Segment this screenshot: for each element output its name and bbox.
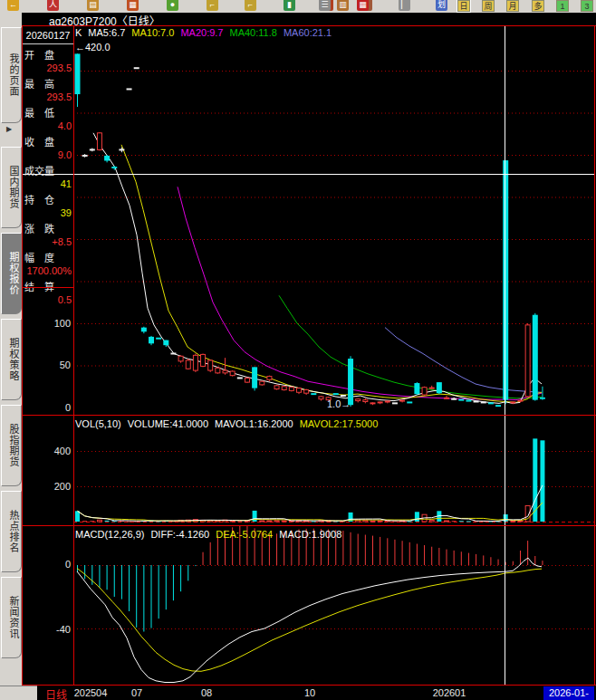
quote-value: 293.5 bbox=[24, 62, 72, 73]
quote-value: +8.5 bbox=[24, 236, 72, 247]
quote-data-panel: 20260127 开 盘293.5最 高293.5最 低4.0收 盘9.0成交量… bbox=[23, 26, 73, 288]
title-bar: ag2603P7200〈日线〉 bbox=[22, 13, 596, 25]
indicator-value: DIFF:-4.1260 bbox=[150, 529, 209, 540]
quote-row: 开 盘293.5 bbox=[23, 47, 73, 73]
indicator-value: MA5:6.7 bbox=[88, 27, 125, 38]
draw-icon[interactable]: 划 bbox=[436, 0, 447, 11]
x-axis-label: 202504 bbox=[74, 687, 108, 698]
quote-label: 幅 度 bbox=[24, 250, 72, 264]
period-button-日[interactable]: 日 bbox=[457, 0, 470, 12]
indicator-value: VOL(5,10) bbox=[75, 418, 121, 429]
quote-label: 成交量 bbox=[24, 163, 72, 177]
quote-row: 成交量41 bbox=[23, 163, 73, 189]
quote-row: 涨 跌+8.5 bbox=[23, 221, 73, 247]
chart-area[interactable]: 20260127 开 盘293.5最 高293.5最 低4.0收 盘9.0成交量… bbox=[22, 25, 596, 686]
y-axis-tick: 0 bbox=[23, 559, 71, 570]
chart-icon[interactable]: ▥ bbox=[337, 0, 349, 11]
y-axis-tick: 50 bbox=[23, 360, 71, 370]
sidebar-tab-热点排名[interactable]: 热点排名 bbox=[1, 491, 22, 572]
period-label: 日线 bbox=[45, 686, 67, 700]
indicator-value: K bbox=[75, 27, 82, 38]
data-panel-bottom bbox=[22, 287, 73, 288]
key2-icon[interactable]: ⌐ bbox=[245, 0, 256, 11]
indicator-value: MAVOL1:16.2000 bbox=[215, 418, 293, 429]
y-axis-tick: 200 bbox=[23, 481, 71, 492]
period-button-多[interactable]: 多 bbox=[532, 0, 544, 12]
list-icon[interactable]: ☰ bbox=[319, 0, 331, 11]
price-annotation: 1.0→ bbox=[327, 398, 351, 409]
period-button-1[interactable]: 1 bbox=[556, 0, 569, 12]
quote-row: 结 算0.5 bbox=[23, 279, 73, 305]
indicator-value: VOLUME:41.0000 bbox=[128, 418, 208, 429]
indicator-value: MACD(12,26,9) bbox=[75, 529, 144, 540]
sidebar-tab-股指期货[interactable]: 股指期货 bbox=[1, 405, 22, 486]
cursor-date-box: 2026-01-27(二) bbox=[543, 686, 595, 700]
user-icon[interactable]: 人 bbox=[47, 0, 59, 11]
quote-label: 最 高 bbox=[24, 76, 72, 91]
quote-label: 开 盘 bbox=[24, 47, 72, 62]
quote-row: 持 仓39 bbox=[23, 192, 73, 218]
vol-panel-header: VOL(5,10)VOLUME:41.0000MAVOL1:16.2000MAV… bbox=[75, 418, 384, 429]
divider-data-panel bbox=[73, 25, 74, 686]
period-button-3[interactable]: 3 bbox=[581, 0, 593, 12]
indicator-value: DEA:-5.0764 bbox=[216, 529, 273, 540]
sidebar-tab-国内期货[interactable]: 国内期货 bbox=[1, 147, 22, 228]
quote-label: 结 算 bbox=[24, 279, 72, 293]
quote-row: 幅 度1700.00% bbox=[23, 250, 73, 276]
border-top bbox=[22, 25, 596, 26]
indicator-value: MACD:1.9008 bbox=[279, 529, 341, 540]
price-annotation: ←420.0 bbox=[75, 42, 111, 53]
quote-value: 1700.00% bbox=[24, 265, 72, 276]
quote-value: 4.0 bbox=[24, 120, 72, 131]
quote-value: 293.5 bbox=[24, 91, 72, 102]
indicator-value: MA40:11.8 bbox=[230, 27, 277, 38]
quote-row: 最 高293.5 bbox=[23, 76, 73, 102]
key-icon[interactable]: ⌐ bbox=[207, 0, 218, 11]
quote-label: 涨 跌 bbox=[24, 221, 72, 235]
indicator-value: MA10:7.0 bbox=[131, 27, 174, 38]
sidebar-tab-期权报价[interactable]: 期权报价 bbox=[1, 233, 22, 314]
quote-value: 9.0 bbox=[24, 149, 72, 160]
left-sidebar: 我的页面▶国内期货期权报价期权策略股指期货热点排名新闻资讯 bbox=[0, 13, 22, 700]
status-corner bbox=[0, 686, 37, 700]
calculator-icon[interactable]: ▦ bbox=[127, 0, 139, 11]
quote-row: 收 盘9.0 bbox=[23, 134, 73, 160]
block-icon[interactable]: ▮ bbox=[284, 0, 295, 11]
x-axis-label: 10 bbox=[304, 687, 315, 698]
grid-icon[interactable]: ▦ bbox=[357, 0, 369, 11]
apple-icon[interactable]: ● bbox=[167, 0, 178, 11]
indicator-value: MA20:9.7 bbox=[180, 27, 223, 38]
chart-canvas[interactable] bbox=[22, 25, 596, 686]
quote-label: 持 仓 bbox=[24, 192, 72, 206]
sidebar-expand-icon[interactable]: ▶ bbox=[6, 125, 12, 133]
border-left bbox=[22, 25, 23, 686]
quote-value: 39 bbox=[24, 207, 72, 218]
period-button-周[interactable]: 周 bbox=[482, 0, 495, 12]
divider-k-vol bbox=[22, 415, 596, 416]
divider-vol-macd bbox=[22, 525, 596, 526]
quote-value: 41 bbox=[24, 178, 72, 189]
sidebar-tab-我的页面[interactable]: 我的页面 bbox=[1, 27, 22, 123]
indicator-value: MAVOL2:17.5000 bbox=[300, 418, 379, 429]
macd-panel-header: MACD(12,26,9)DIFF:-4.1260DEA:-5.0764MACD… bbox=[75, 529, 348, 540]
y-axis-tick: 400 bbox=[23, 446, 71, 456]
y-axis-tick: 100 bbox=[23, 318, 71, 329]
border-right bbox=[594, 25, 595, 686]
ruler-icon[interactable]: ▏ bbox=[399, 0, 410, 11]
quote-row: 最 低4.0 bbox=[23, 105, 73, 131]
status-bar: 日线 202504070810202601 2026-01-27(二) bbox=[0, 686, 596, 700]
folder-icon[interactable]: ▤ bbox=[87, 0, 99, 11]
sidebar-tab-期权策略[interactable]: 期权策略 bbox=[1, 319, 22, 400]
x-axis-label: 202601 bbox=[433, 687, 466, 698]
y-axis-tick: -40 bbox=[23, 624, 71, 635]
y-axis-tick: 0 bbox=[23, 402, 71, 413]
back-icon[interactable]: ← bbox=[7, 0, 19, 11]
k-panel-header: KMA5:6.7MA10:7.0MA20:9.7MA40:11.8MA60:21… bbox=[75, 27, 338, 38]
x-axis-label: 07 bbox=[131, 687, 142, 698]
sidebar-tab-新闻资讯[interactable]: 新闻资讯 bbox=[1, 577, 22, 658]
indicator-value: MA60:21.1 bbox=[284, 27, 332, 38]
quote-label: 收 盘 bbox=[24, 134, 72, 149]
x-axis-label: 08 bbox=[201, 687, 212, 698]
period-button-月[interactable]: 月 bbox=[506, 0, 519, 12]
quote-label: 最 低 bbox=[24, 105, 72, 120]
